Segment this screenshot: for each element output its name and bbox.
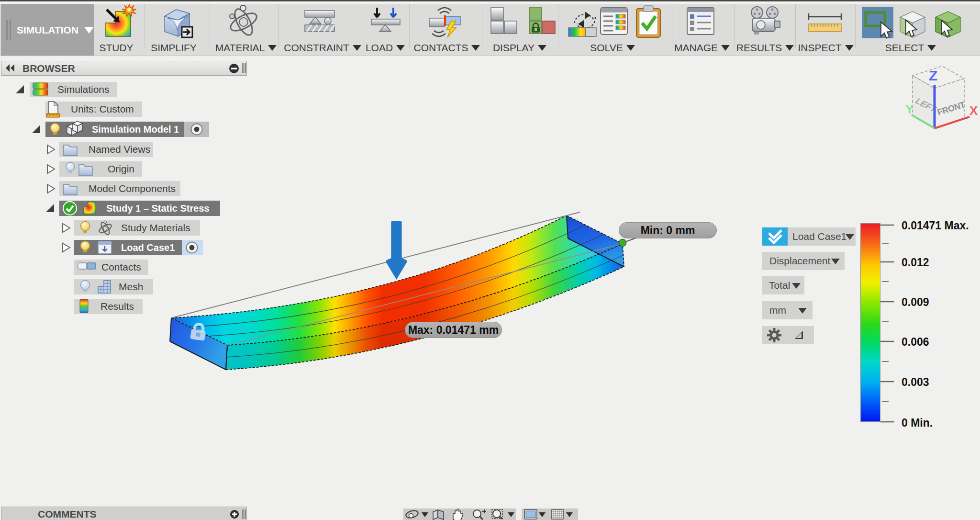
svg-text:X: X — [969, 103, 978, 118]
svg-text:Z: Z — [929, 68, 937, 83]
svg-text:Y: Y — [905, 102, 913, 116]
